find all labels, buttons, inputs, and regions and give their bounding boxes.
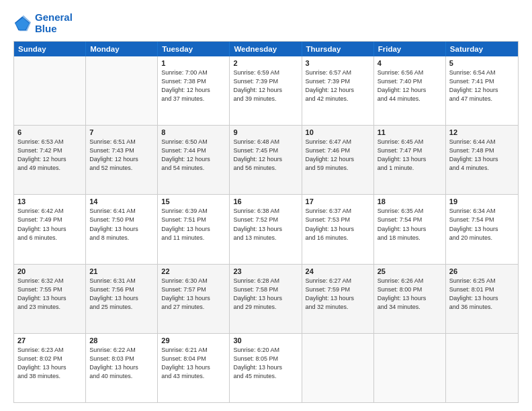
day-number: 17: [306, 197, 370, 205]
day-cell-17: 17Sunrise: 6:37 AM Sunset: 7:53 PM Dayli…: [302, 195, 374, 263]
day-info: Sunrise: 6:47 AM Sunset: 7:46 PM Dayligh…: [306, 138, 370, 173]
calendar-week-4: 20Sunrise: 6:32 AM Sunset: 7:55 PM Dayli…: [14, 264, 518, 333]
day-number: 25: [378, 267, 442, 275]
day-number: 15: [161, 197, 226, 205]
day-cell-11: 11Sunrise: 6:45 AM Sunset: 7:47 PM Dayli…: [374, 126, 446, 194]
day-cell-12: 12Sunrise: 6:44 AM Sunset: 7:48 PM Dayli…: [446, 126, 518, 194]
day-of-week-thursday: Thursday: [302, 42, 374, 56]
day-of-week-sunday: Sunday: [14, 42, 86, 56]
header: General Blue: [13, 12, 519, 34]
day-number: 4: [378, 59, 442, 67]
day-number: 3: [306, 59, 370, 67]
day-cell-7: 7Sunrise: 6:51 AM Sunset: 7:43 PM Daylig…: [86, 126, 158, 194]
day-number: 13: [17, 197, 82, 205]
day-cell-21: 21Sunrise: 6:31 AM Sunset: 7:56 PM Dayli…: [86, 265, 158, 333]
day-number: 2: [233, 59, 298, 67]
day-number: 8: [161, 128, 226, 136]
day-info: Sunrise: 6:22 AM Sunset: 8:03 PM Dayligh…: [89, 346, 154, 381]
day-info: Sunrise: 6:54 AM Sunset: 7:41 PM Dayligh…: [449, 68, 515, 103]
day-number: 11: [378, 128, 442, 136]
day-info: Sunrise: 6:35 AM Sunset: 7:54 PM Dayligh…: [378, 207, 442, 242]
day-number: 16: [233, 197, 298, 205]
day-info: Sunrise: 7:00 AM Sunset: 7:38 PM Dayligh…: [161, 68, 226, 103]
calendar-week-2: 6Sunrise: 6:53 AM Sunset: 7:42 PM Daylig…: [14, 125, 518, 194]
day-cell-3: 3Sunrise: 6:57 AM Sunset: 7:39 PM Daylig…: [302, 56, 374, 125]
day-cell-25: 25Sunrise: 6:26 AM Sunset: 8:00 PM Dayli…: [374, 265, 446, 333]
day-info: Sunrise: 6:59 AM Sunset: 7:39 PM Dayligh…: [233, 68, 298, 103]
day-number: 22: [161, 267, 226, 275]
day-number: 19: [449, 197, 515, 205]
day-cell-9: 9Sunrise: 6:48 AM Sunset: 7:45 PM Daylig…: [230, 126, 302, 194]
day-number: 26: [449, 267, 515, 275]
day-cell-2: 2Sunrise: 6:59 AM Sunset: 7:39 PM Daylig…: [230, 56, 302, 125]
day-cell-13: 13Sunrise: 6:42 AM Sunset: 7:49 PM Dayli…: [14, 195, 86, 263]
day-number: 30: [233, 336, 298, 345]
day-of-week-saturday: Saturday: [446, 42, 518, 56]
day-info: Sunrise: 6:51 AM Sunset: 7:43 PM Dayligh…: [89, 138, 154, 173]
day-cell-8: 8Sunrise: 6:50 AM Sunset: 7:44 PM Daylig…: [158, 126, 230, 194]
calendar-header: SundayMondayTuesdayWednesdayThursdayFrid…: [14, 42, 518, 56]
day-info: Sunrise: 6:39 AM Sunset: 7:51 PM Dayligh…: [161, 207, 226, 242]
day-number: 6: [17, 128, 82, 136]
day-cell-15: 15Sunrise: 6:39 AM Sunset: 7:51 PM Dayli…: [158, 195, 230, 263]
day-info: Sunrise: 6:27 AM Sunset: 7:59 PM Dayligh…: [306, 277, 370, 312]
day-info: Sunrise: 6:25 AM Sunset: 8:01 PM Dayligh…: [449, 277, 515, 312]
day-info: Sunrise: 6:23 AM Sunset: 8:02 PM Dayligh…: [17, 346, 82, 381]
day-number: 21: [89, 267, 154, 275]
day-number: 9: [233, 128, 298, 136]
calendar: SundayMondayTuesdayWednesdayThursdayFrid…: [13, 41, 519, 403]
day-number: 20: [17, 267, 82, 275]
page: General Blue SundayMondayTuesdayWednesda…: [0, 0, 532, 411]
day-cell-6: 6Sunrise: 6:53 AM Sunset: 7:42 PM Daylig…: [14, 126, 86, 194]
day-number: 5: [449, 59, 515, 67]
day-number: 29: [161, 336, 226, 345]
day-of-week-tuesday: Tuesday: [158, 42, 230, 56]
day-number: 28: [89, 336, 154, 345]
day-cell-19: 19Sunrise: 6:34 AM Sunset: 7:54 PM Dayli…: [446, 195, 518, 263]
day-number: 10: [306, 128, 370, 136]
day-info: Sunrise: 6:21 AM Sunset: 8:04 PM Dayligh…: [161, 346, 226, 381]
empty-cell: [374, 334, 446, 402]
day-cell-20: 20Sunrise: 6:32 AM Sunset: 7:55 PM Dayli…: [14, 265, 86, 333]
day-cell-5: 5Sunrise: 6:54 AM Sunset: 7:41 PM Daylig…: [446, 56, 518, 125]
day-info: Sunrise: 6:50 AM Sunset: 7:44 PM Dayligh…: [161, 138, 226, 173]
day-number: 24: [306, 267, 370, 275]
empty-cell: [302, 334, 374, 402]
day-cell-29: 29Sunrise: 6:21 AM Sunset: 8:04 PM Dayli…: [158, 334, 230, 402]
day-cell-24: 24Sunrise: 6:27 AM Sunset: 7:59 PM Dayli…: [302, 265, 374, 333]
day-info: Sunrise: 6:45 AM Sunset: 7:47 PM Dayligh…: [378, 138, 442, 173]
day-info: Sunrise: 6:38 AM Sunset: 7:52 PM Dayligh…: [233, 207, 298, 242]
day-cell-16: 16Sunrise: 6:38 AM Sunset: 7:52 PM Dayli…: [230, 195, 302, 263]
day-cell-1: 1Sunrise: 7:00 AM Sunset: 7:38 PM Daylig…: [158, 56, 230, 125]
day-cell-23: 23Sunrise: 6:28 AM Sunset: 7:58 PM Dayli…: [230, 265, 302, 333]
logo-text: General Blue: [35, 12, 73, 34]
day-cell-18: 18Sunrise: 6:35 AM Sunset: 7:54 PM Dayli…: [374, 195, 446, 263]
day-info: Sunrise: 6:31 AM Sunset: 7:56 PM Dayligh…: [89, 277, 154, 312]
day-of-week-wednesday: Wednesday: [230, 42, 302, 56]
calendar-week-1: 1Sunrise: 7:00 AM Sunset: 7:38 PM Daylig…: [14, 56, 518, 125]
day-cell-28: 28Sunrise: 6:22 AM Sunset: 8:03 PM Dayli…: [86, 334, 158, 402]
calendar-week-3: 13Sunrise: 6:42 AM Sunset: 7:49 PM Dayli…: [14, 194, 518, 263]
day-info: Sunrise: 6:57 AM Sunset: 7:39 PM Dayligh…: [306, 68, 370, 103]
day-cell-4: 4Sunrise: 6:56 AM Sunset: 7:40 PM Daylig…: [374, 56, 446, 125]
empty-cell: [446, 334, 518, 402]
day-info: Sunrise: 6:37 AM Sunset: 7:53 PM Dayligh…: [306, 207, 370, 242]
day-number: 14: [89, 197, 154, 205]
day-info: Sunrise: 6:41 AM Sunset: 7:50 PM Dayligh…: [89, 207, 154, 242]
day-number: 18: [378, 197, 442, 205]
day-info: Sunrise: 6:48 AM Sunset: 7:45 PM Dayligh…: [233, 138, 298, 173]
calendar-body: 1Sunrise: 7:00 AM Sunset: 7:38 PM Daylig…: [14, 56, 518, 402]
day-info: Sunrise: 6:26 AM Sunset: 8:00 PM Dayligh…: [378, 277, 442, 312]
day-cell-27: 27Sunrise: 6:23 AM Sunset: 8:02 PM Dayli…: [14, 334, 86, 402]
day-info: Sunrise: 6:34 AM Sunset: 7:54 PM Dayligh…: [449, 207, 515, 242]
logo: General Blue: [13, 12, 73, 34]
logo-icon: [13, 14, 32, 33]
day-info: Sunrise: 6:44 AM Sunset: 7:48 PM Dayligh…: [449, 138, 515, 173]
day-info: Sunrise: 6:42 AM Sunset: 7:49 PM Dayligh…: [17, 207, 82, 242]
day-of-week-friday: Friday: [374, 42, 446, 56]
day-of-week-monday: Monday: [86, 42, 158, 56]
day-cell-10: 10Sunrise: 6:47 AM Sunset: 7:46 PM Dayli…: [302, 126, 374, 194]
day-number: 27: [17, 336, 82, 345]
day-number: 12: [449, 128, 515, 136]
day-cell-30: 30Sunrise: 6:20 AM Sunset: 8:05 PM Dayli…: [230, 334, 302, 402]
